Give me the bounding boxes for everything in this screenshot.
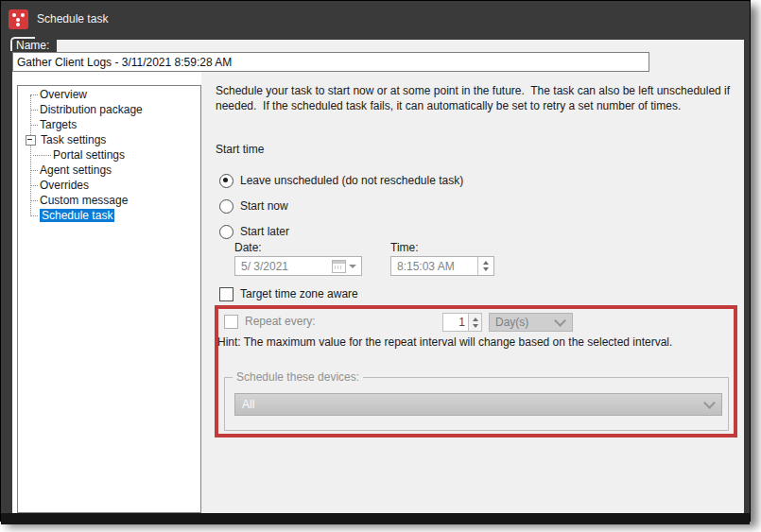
dropdown-arrow-icon[interactable] [349, 265, 356, 268]
time-label: Time: [390, 241, 419, 254]
radio-icon[interactable] [219, 199, 233, 214]
tree-item-overrides[interactable]: Overrides [18, 178, 200, 193]
devices-dropdown[interactable]: All [234, 393, 722, 416]
tree-branch-icon [30, 94, 38, 95]
tree-branch-icon [30, 215, 38, 216]
group-label: Schedule these devices: [233, 370, 363, 384]
repeat-interval-stepper[interactable]: 1 [442, 313, 482, 332]
tree-item-overview[interactable]: Overview [18, 87, 200, 102]
ivanti-logo-icon [9, 9, 28, 29]
screenshot-stage: Schedule task Name: Overview Distributio… [0, 0, 761, 532]
checkbox-icon[interactable] [224, 315, 238, 329]
tree-item-schedule-task[interactable]: Schedule task [18, 208, 200, 223]
settings-tree: Overview Distribution package Targets Ta… [17, 85, 201, 513]
title-bar [2, 2, 751, 30]
window-bottom-edge [1, 513, 750, 524]
radio-leave-unscheduled[interactable]: Leave unscheduled (do not reschedule tas… [219, 173, 463, 188]
tree-item-targets[interactable]: Targets [18, 117, 200, 132]
collapse-minus-icon[interactable] [26, 135, 36, 146]
radio-icon[interactable] [219, 225, 233, 239]
calendar-icon [332, 260, 346, 273]
date-label: Date: [234, 241, 262, 254]
schedule-devices-group: Schedule these devices: All [224, 377, 729, 431]
chevron-down-icon [554, 315, 566, 327]
timezone-aware-checkbox[interactable]: Target time zone aware [219, 286, 358, 301]
task-name-input[interactable] [12, 52, 649, 72]
tree-branch-icon [30, 170, 38, 171]
stepper-arrows[interactable] [468, 314, 481, 331]
radio-selected-icon[interactable] [219, 174, 233, 188]
tree-item-distribution-package[interactable]: Distribution package [18, 102, 200, 117]
time-spinner[interactable] [477, 257, 493, 275]
schedule-description: Schedule your task to start now or at so… [216, 83, 745, 113]
name-label: Name: [16, 39, 49, 52]
repeat-hint-text: Hint: The maximum value for the repeat i… [217, 335, 733, 349]
start-time-heading: Start time [216, 143, 264, 156]
date-picker[interactable]: 5/ 3/2021 [234, 256, 362, 276]
time-picker[interactable]: 8:15:03 AM [390, 256, 494, 276]
tree-item-task-settings[interactable]: Task settings [18, 132, 200, 147]
repeat-unit-dropdown[interactable]: Day(s) [489, 313, 573, 332]
tree-branch-icon [30, 125, 38, 126]
tree-branch-icon [30, 200, 38, 201]
tree-branch-icon [30, 110, 38, 111]
tree-item-custom-message[interactable]: Custom message [18, 193, 200, 208]
radio-start-now[interactable]: Start now [219, 198, 288, 214]
tree-branch-icon [30, 185, 38, 186]
radio-start-later[interactable]: Start later [219, 224, 289, 239]
repeat-every-checkbox[interactable]: Repeat every: [224, 314, 316, 329]
tree-item-portal-settings[interactable]: Portal settings [18, 147, 200, 163]
tree-branch-icon [33, 155, 51, 156]
chevron-down-icon [703, 397, 716, 409]
checkbox-icon[interactable] [219, 287, 233, 301]
tree-item-agent-settings[interactable]: Agent settings [18, 163, 200, 178]
window-title: Schedule task [37, 12, 108, 26]
